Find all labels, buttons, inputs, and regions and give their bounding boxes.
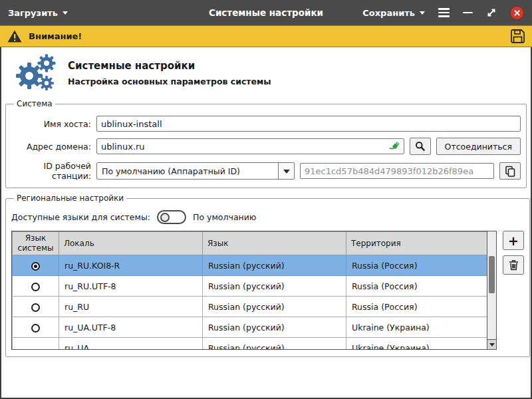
regional-section: Региональные настройки Доступные языки д… (5, 194, 530, 357)
column-header-system-language[interactable]: Язык системы (13, 232, 59, 255)
warning-text: Внимание! (29, 31, 82, 41)
expand-icon (486, 7, 497, 18)
territory-cell[interactable]: Russia (Россия) (346, 297, 487, 317)
language-cell[interactable]: Russian (русский) (203, 255, 346, 276)
system-settings-window: Загрузить Системные настройки Сохранить (0, 0, 532, 399)
locale-radio-cell[interactable] (13, 276, 59, 297)
plus-icon: + (508, 233, 519, 248)
main-content: Системные настройки Настройка основных п… (0, 47, 532, 399)
column-header-territory[interactable]: Территория (346, 232, 487, 255)
territory-cell[interactable]: Russia (Россия) (346, 276, 487, 297)
locale-radio[interactable] (31, 262, 40, 271)
page-title: Системные настройки (68, 60, 271, 72)
hostname-label: Имя хоста: (11, 119, 91, 129)
close-icon: × (513, 8, 521, 17)
station-id-label: ID рабочей станции: (11, 161, 91, 181)
domain-search-button[interactable] (410, 138, 431, 155)
language-cell[interactable]: Russian (русский) (203, 297, 346, 317)
locale-row[interactable]: ru_UA.UTF-8Russian (русский)Ukraine (Укр… (13, 317, 487, 338)
language-cell[interactable]: Russian (русский) (203, 317, 346, 338)
locale-radio-cell[interactable] (13, 297, 59, 317)
locale-radio-cell[interactable] (13, 317, 59, 338)
scrollbar-down-button[interactable] (487, 339, 496, 349)
delete-locale-button[interactable] (503, 255, 524, 275)
column-header-locale[interactable]: Локаль (59, 232, 203, 255)
languages-toggle-switch[interactable] (157, 210, 186, 224)
locale-radio-cell[interactable] (13, 255, 59, 276)
chevron-down-icon (63, 11, 68, 17)
regional-section-legend: Региональные настройки (14, 194, 126, 203)
select-dropdown-arrow[interactable] (278, 163, 294, 179)
floppy-save-icon (510, 29, 525, 44)
page-subtitle: Настройка основных параметров системы (68, 76, 271, 86)
close-button[interactable]: × (510, 6, 524, 20)
locale-cell[interactable]: ru_RU (59, 297, 203, 317)
minimize-button[interactable] (463, 12, 473, 14)
locale-row[interactable]: ru_RU.UTF-8Russian (русский)Russia (Росс… (13, 276, 487, 297)
save-quick-button[interactable] (510, 29, 525, 44)
locale-row[interactable]: ru_RURussian (русский)Russia (Россия) (13, 297, 487, 317)
column-header-language[interactable]: Язык (203, 232, 346, 255)
chevron-down-icon (489, 343, 495, 349)
gears-icon (12, 54, 57, 92)
territory-cell[interactable]: Russia (Россия) (346, 255, 487, 276)
save-menu-label: Сохранить (362, 8, 415, 18)
locale-radio[interactable] (31, 283, 40, 291)
station-id-value-field[interactable] (300, 163, 494, 179)
locale-table-area: Язык системы Локаль Язык Территория ru_R… (11, 231, 524, 350)
station-id-mode-value: По умолчанию (Аппаратный ID) (97, 166, 240, 176)
vertical-scrollbar[interactable] (487, 231, 496, 349)
locale-cell[interactable]: ru_RU.UTF-8 (59, 276, 203, 297)
domain-input[interactable] (96, 138, 404, 154)
app-header: Системные настройки Настройка основных п… (4, 51, 528, 99)
territory-cell[interactable]: Ukraine (Украина) (346, 338, 487, 350)
titlebar-actions: Сохранить × (362, 6, 524, 20)
system-section: Система Имя хоста: Адрес домена: (5, 99, 527, 188)
station-id-row: ID рабочей станции: По умолчанию (Аппара… (11, 161, 521, 181)
locale-radio[interactable] (31, 324, 40, 332)
locale-row[interactable]: ru_UARussian (русский)Ukraine (Украина) (13, 338, 487, 350)
languages-label: Доступные языки для системы: (11, 212, 150, 222)
domain-label: Адрес домена: (11, 142, 91, 152)
warning-bar: Внимание! (0, 25, 532, 47)
locale-row[interactable]: ru_RU.KOI8-RRussian (русский)Russia (Рос… (13, 255, 487, 276)
connected-plug-icon (389, 141, 400, 152)
locale-table: Язык системы Локаль Язык Территория ru_R… (12, 231, 487, 349)
hostname-row: Имя хоста: (11, 116, 521, 132)
load-menu-label: Загрузить (8, 8, 58, 18)
locale-table-body: ru_RU.KOI8-RRussian (русский)Russia (Рос… (13, 255, 487, 350)
locale-table-scrollview: Язык системы Локаль Язык Территория ru_R… (12, 231, 487, 349)
titlebar: Загрузить Системные настройки Сохранить (0, 0, 532, 25)
station-id-mode-select[interactable]: По умолчанию (Аппаратный ID) (96, 162, 295, 180)
locale-table-frame: Язык системы Локаль Язык Территория ru_R… (11, 231, 497, 350)
copy-id-button[interactable] (499, 162, 521, 180)
warning-icon (7, 29, 23, 43)
maximize-button[interactable] (486, 7, 497, 18)
locale-radio-cell[interactable] (13, 338, 59, 350)
toggle-state-label: По умолчанию (193, 212, 256, 222)
scrollbar-thumb[interactable] (489, 256, 495, 293)
locale-cell[interactable]: ru_UA.UTF-8 (59, 317, 203, 338)
locale-table-header-row: Язык системы Локаль Язык Территория (13, 232, 487, 255)
disconnect-button[interactable]: Отсоединиться (436, 138, 521, 155)
language-cell[interactable]: Russian (русский) (203, 276, 346, 297)
trash-icon (509, 259, 519, 271)
hostname-input[interactable] (96, 116, 521, 132)
domain-row: Адрес домена: (11, 138, 521, 155)
save-menu-button[interactable]: Сохранить (362, 8, 425, 18)
language-cell[interactable]: Russian (русский) (203, 338, 346, 350)
window-title: Системные настройки (209, 7, 323, 18)
minimize-icon (463, 12, 473, 14)
add-locale-button[interactable]: + (503, 231, 524, 250)
locale-radio[interactable] (31, 303, 40, 312)
load-menu-button[interactable]: Загрузить (8, 8, 68, 18)
locale-cell[interactable]: ru_UA (59, 338, 203, 350)
chevron-down-icon (283, 170, 290, 177)
copy-icon (505, 166, 515, 177)
chevron-down-icon (420, 11, 425, 17)
app-header-text: Системные настройки Настройка основных п… (68, 60, 271, 86)
hamburger-menu-button[interactable] (438, 8, 450, 17)
territory-cell[interactable]: Ukraine (Украина) (346, 317, 487, 338)
locale-cell[interactable]: ru_RU.KOI8-R (59, 255, 203, 276)
search-icon (415, 141, 426, 152)
